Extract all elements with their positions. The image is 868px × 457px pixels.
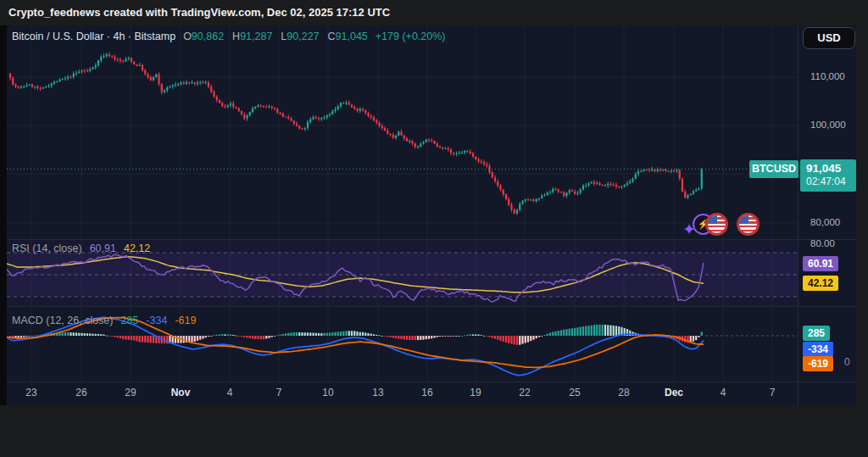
us-flag-event-icon[interactable] (737, 213, 760, 236)
candle-body (376, 120, 377, 123)
time-axis-label[interactable]: 4 (227, 387, 233, 398)
macd-hist-bar (693, 336, 694, 342)
candle-body (73, 74, 75, 77)
candle-body (690, 194, 692, 195)
macd-hist-bar (532, 336, 534, 340)
macd-hist-bar (470, 334, 471, 336)
candle-body (687, 195, 688, 198)
price-axis-label[interactable]: 80,000 (804, 217, 856, 227)
time-axis-label[interactable]: 4 (721, 387, 726, 398)
time-axis-label[interactable]: 26 (75, 387, 86, 398)
candle-body (348, 103, 350, 104)
price-axis-label[interactable]: 100,000 (804, 120, 856, 130)
candle-body (249, 112, 251, 115)
candle-body (56, 81, 58, 82)
candle-body (670, 170, 672, 171)
macd-hist-bar (503, 336, 504, 342)
macd-hist-bar (34, 335, 36, 336)
macd-hist-bar (580, 327, 581, 336)
time-axis-label[interactable]: Nov (171, 387, 191, 398)
candle-body (153, 77, 154, 81)
candle-body (384, 128, 386, 131)
candle-body (301, 129, 303, 130)
candle-body (42, 87, 44, 88)
macd-hist-bar (114, 336, 115, 337)
macd-hist-bar (508, 336, 509, 343)
candle-body (265, 107, 267, 108)
candle-body (643, 170, 644, 171)
time-axis-label[interactable]: 23 (25, 387, 36, 398)
candle-body (417, 147, 419, 148)
macd-hist-bar (356, 332, 358, 336)
time-axis-label[interactable]: 25 (569, 387, 580, 398)
macd-hist-bar (70, 332, 71, 336)
candle-body (53, 82, 55, 84)
macd-hist-bar (290, 332, 292, 336)
currency-toggle-button[interactable]: USD (803, 27, 855, 49)
time-axis-label[interactable]: 10 (322, 387, 333, 398)
macd-hist-bar (618, 326, 620, 336)
macd-hist-bar (108, 336, 110, 337)
time-axis-label[interactable]: 7 (770, 387, 776, 398)
candle-body (442, 148, 443, 148)
chart-plot[interactable] (7, 25, 798, 382)
pane-separator[interactable] (7, 306, 856, 307)
candle-body (307, 122, 309, 128)
macd-hist-bar (554, 332, 556, 336)
time-axis-label[interactable]: 13 (372, 387, 383, 398)
time-axis-label[interactable]: Dec (665, 387, 683, 398)
macd-hist-bar (279, 335, 281, 336)
candle-body (433, 141, 435, 143)
last-price-badge[interactable]: 91,045 02:47:04 (800, 159, 856, 192)
macd-hist-bar (213, 335, 214, 336)
candle-body (108, 54, 110, 56)
macd-hist-bar (381, 336, 383, 337)
macd-hist-bar (274, 336, 275, 337)
macd-hist-bar (235, 336, 236, 337)
macd-hist-bar (475, 334, 476, 336)
pane-separator[interactable] (7, 239, 856, 240)
candle-body (609, 184, 611, 185)
candle-body (470, 152, 471, 153)
candle-body (172, 85, 174, 86)
candle-body (359, 109, 361, 110)
candle-body (378, 123, 380, 126)
macd-hist-bar (461, 336, 463, 337)
time-axis-label[interactable]: 29 (125, 387, 136, 398)
candle-body (166, 87, 168, 91)
candle-body (503, 190, 504, 194)
macd-hist-bar (216, 335, 218, 336)
candle-body (25, 86, 27, 86)
macd-hist-bar (549, 332, 551, 336)
price-axis-label[interactable]: 110,000 (804, 71, 856, 81)
macd-hist-bar (387, 336, 388, 337)
candle-body (199, 82, 201, 83)
candle-body (263, 106, 264, 107)
candle-body (243, 114, 245, 119)
candle-body (387, 131, 388, 134)
chart-canvas[interactable]: Bitcoin / U.S. Dollar · 4h · Bitstamp O9… (7, 25, 856, 405)
macd-hist-bar (439, 336, 441, 337)
us-flag-event-icon[interactable] (705, 213, 728, 236)
macd-hist-bar (153, 336, 154, 343)
time-axis-label[interactable]: 28 (618, 387, 629, 398)
candle-body (326, 115, 328, 117)
time-axis-label[interactable]: 22 (519, 387, 530, 398)
candle-body (290, 119, 292, 121)
macd-hist-bar (373, 334, 375, 336)
candle-body (499, 186, 501, 190)
macd-hist-bar (128, 336, 130, 340)
candle-body (530, 200, 531, 201)
macd-hist-bar (417, 336, 419, 340)
rsi-axis-label[interactable]: 80.00 (804, 238, 856, 248)
macd-hist-bar (298, 332, 300, 336)
candle-body (657, 170, 659, 171)
candle-body (554, 189, 556, 190)
candle-body (392, 135, 394, 138)
candle-body (227, 105, 229, 107)
time-axis-label[interactable]: 16 (421, 387, 432, 398)
time-axis-label[interactable]: 7 (276, 387, 282, 398)
macd-hist-bar (521, 336, 523, 344)
symbol-price-flag[interactable]: BTCUSD (749, 160, 798, 178)
time-axis-label[interactable]: 19 (470, 387, 481, 398)
